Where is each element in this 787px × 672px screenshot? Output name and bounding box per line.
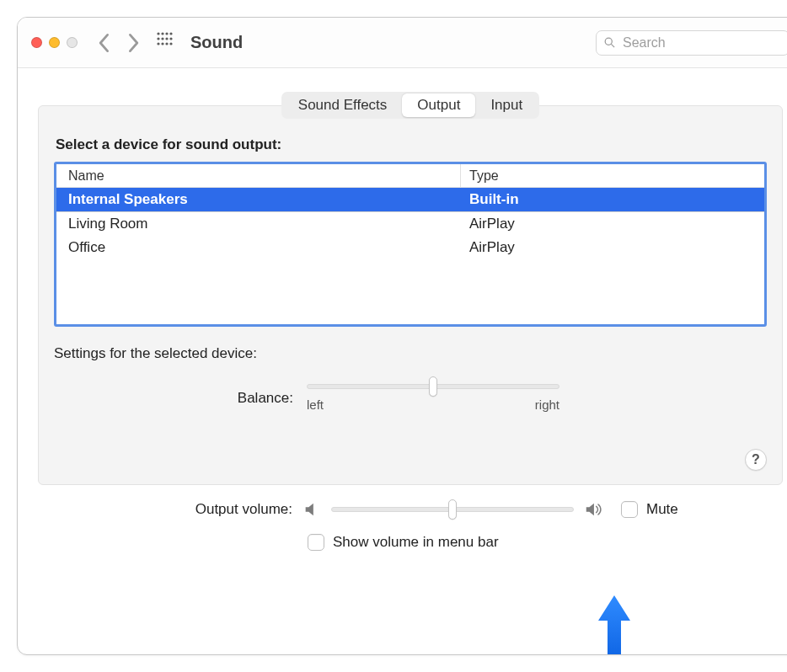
- fullscreen-window-button[interactable]: [67, 37, 78, 48]
- output-volume-row: Output volume: Mute: [58, 500, 763, 519]
- svg-point-11: [169, 42, 172, 45]
- back-button[interactable]: [98, 33, 111, 53]
- mute-label: Mute: [646, 501, 678, 518]
- svg-point-7: [169, 37, 172, 40]
- balance-tick-labels: left right: [307, 397, 559, 412]
- device-name: Office: [56, 239, 461, 256]
- show-in-menubar-row: Show volume in menu bar: [58, 534, 763, 551]
- tab-sound-effects[interactable]: Sound Effects: [283, 93, 403, 117]
- forward-button[interactable]: [126, 33, 140, 53]
- column-header-name[interactable]: Name: [56, 164, 461, 187]
- device-row[interactable]: Internal Speakers Built-in: [56, 188, 764, 211]
- svg-line-13: [611, 44, 614, 47]
- window-title: Sound: [190, 33, 243, 52]
- output-heading: Select a device for sound output:: [56, 136, 767, 153]
- device-name: Living Room: [56, 216, 461, 232]
- balance-control: Balance: left right: [54, 384, 767, 412]
- volume-slider-thumb[interactable]: [448, 499, 457, 520]
- speaker-low-icon: [302, 500, 321, 519]
- speaker-high-icon: [584, 500, 602, 519]
- mute-control: Mute: [621, 501, 678, 518]
- search-icon: [603, 36, 616, 49]
- window-toolbar: Sound: [18, 18, 787, 68]
- sound-tabs: Sound Effects Output Input: [281, 92, 539, 119]
- output-volume-label: Output volume:: [58, 501, 292, 518]
- device-row[interactable]: Living Room AirPlay: [56, 212, 764, 236]
- svg-point-1: [161, 32, 163, 35]
- device-name: Internal Speakers: [56, 191, 461, 208]
- minimize-window-button[interactable]: [49, 37, 60, 48]
- svg-point-10: [165, 42, 168, 45]
- output-volume-slider[interactable]: [331, 507, 574, 512]
- traffic-lights: [31, 37, 78, 48]
- help-button[interactable]: ?: [745, 449, 767, 471]
- close-window-button[interactable]: [31, 37, 42, 48]
- svg-point-12: [605, 38, 612, 45]
- footer-controls: Output volume: Mute S: [38, 485, 783, 551]
- window-body: Sound Effects Output Input Select a devi…: [18, 68, 787, 654]
- device-table-body: Internal Speakers Built-in Living Room A…: [56, 188, 764, 324]
- mute-checkbox[interactable]: [621, 501, 638, 518]
- balance-left-label: left: [307, 397, 324, 412]
- show-all-prefs-button[interactable]: [155, 30, 190, 55]
- output-panel: Select a device for sound output: Name T…: [38, 105, 783, 485]
- show-in-menubar-label: Show volume in menu bar: [333, 534, 499, 551]
- output-device-table: Name Type Internal Speakers Built-in Liv…: [54, 162, 767, 327]
- tab-output[interactable]: Output: [402, 93, 475, 117]
- svg-point-6: [165, 37, 168, 40]
- svg-point-8: [157, 42, 159, 45]
- svg-point-5: [161, 37, 163, 40]
- search-field[interactable]: [596, 30, 787, 56]
- show-in-menubar-checkbox[interactable]: [308, 534, 324, 551]
- column-header-type[interactable]: Type: [461, 164, 764, 187]
- balance-right-label: right: [535, 397, 559, 412]
- svg-point-2: [165, 32, 168, 35]
- svg-point-0: [157, 32, 159, 35]
- svg-point-4: [157, 37, 159, 40]
- balance-slider-thumb[interactable]: [429, 376, 437, 397]
- device-type: AirPlay: [461, 239, 764, 256]
- svg-point-3: [169, 32, 172, 35]
- search-input[interactable]: [621, 35, 787, 51]
- balance-slider[interactable]: [307, 384, 559, 389]
- balance-label: Balance:: [54, 390, 307, 407]
- device-table-header: Name Type: [56, 164, 764, 188]
- nav-arrows: [98, 33, 140, 53]
- tab-input[interactable]: Input: [475, 93, 538, 117]
- settings-for-device-label: Settings for the selected device:: [54, 345, 767, 362]
- svg-point-9: [161, 42, 163, 45]
- sound-preferences-window: Sound Sound Effects Output Input Select …: [17, 17, 787, 655]
- device-row[interactable]: Office AirPlay: [56, 236, 764, 259]
- device-type: AirPlay: [461, 216, 764, 232]
- device-type: Built-in: [461, 191, 764, 208]
